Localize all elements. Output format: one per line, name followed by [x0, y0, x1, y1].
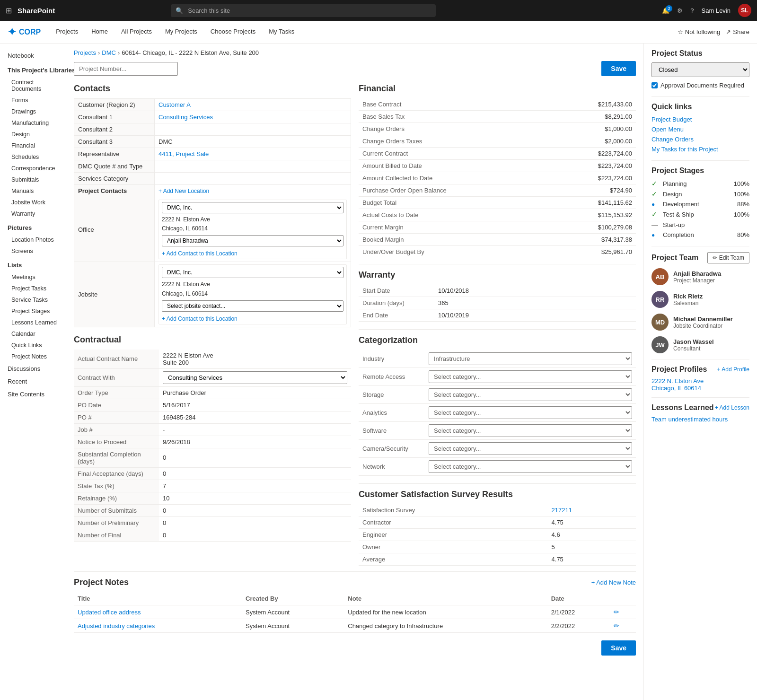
sidebar-quick-links[interactable]: Quick Links: [0, 340, 66, 351]
customer-link[interactable]: Customer A: [158, 101, 191, 108]
project-number-input[interactable]: [74, 62, 178, 76]
notification-icon[interactable]: 🔔 2: [662, 7, 669, 14]
table-row: Adjusted industry categories System Acco…: [74, 619, 636, 633]
sidebar-screens[interactable]: Screens: [0, 245, 66, 257]
cat-select[interactable]: Select category...: [429, 424, 632, 437]
stage-name: Planning: [663, 180, 734, 187]
sidebar-notebook[interactable]: Notebook: [0, 49, 66, 62]
breadcrumb-projects[interactable]: Projects: [74, 49, 96, 56]
sidebar-schedules[interactable]: Schedules: [0, 151, 66, 163]
cat-select[interactable]: Select category...: [429, 460, 632, 473]
jobsite-label: Jobsite: [74, 262, 155, 327]
financial-table: Base Contract$215,433.00Base Sales Tax$8…: [359, 98, 636, 258]
settings-icon[interactable]: ⚙: [677, 7, 683, 14]
sidebar-jobsite-work[interactable]: Jobsite Work: [0, 197, 66, 208]
edit-team-button[interactable]: ✏ Edit Team: [707, 252, 749, 263]
notes-col-edit: [610, 592, 636, 605]
approval-checkbox[interactable]: [651, 82, 658, 88]
share-button[interactable]: ↗ Share: [726, 28, 749, 35]
table-row: State Tax (%)7: [74, 480, 351, 492]
contract-select[interactable]: Consulting Services: [163, 371, 347, 384]
add-location-link[interactable]: + Add New Location: [158, 188, 347, 194]
sidebar-lessons-learned[interactable]: Lessons Learned: [0, 317, 66, 328]
add-lesson-button[interactable]: + Add Lesson: [715, 404, 749, 411]
sidebar-correspondence[interactable]: Correspondence: [0, 163, 66, 174]
sidebar-site-contents[interactable]: Site Contents: [0, 388, 66, 401]
survey-link[interactable]: 217211: [552, 507, 572, 514]
contract-label: Number of Submittals: [74, 504, 159, 516]
add-contact-jobsite-link[interactable]: + Add Contact to this Location: [162, 315, 343, 322]
edit-icon[interactable]: ✏: [614, 608, 619, 616]
sidebar-project-stages[interactable]: Project Stages: [0, 306, 66, 317]
not-following-button[interactable]: ☆ Not following: [678, 28, 720, 35]
sidebar-calendar[interactable]: Calendar: [0, 328, 66, 340]
nav-my-projects[interactable]: My Projects: [159, 21, 203, 44]
sidebar-design[interactable]: Design: [0, 129, 66, 140]
table-row: Satisfaction Survey217211: [359, 504, 636, 516]
cat-select[interactable]: Select category...: [429, 370, 632, 383]
add-profile-button[interactable]: + Add Profile: [717, 366, 749, 373]
table-row: Consultant 3 DMC: [74, 136, 351, 148]
cat-select[interactable]: Select category...: [429, 388, 632, 401]
note-title-link[interactable]: Updated office address: [78, 609, 141, 616]
table-row: Actual Contract Name2222 N Elston AveSui…: [74, 350, 351, 369]
profile-address-link[interactable]: 2222 N. Elston Ave Chicago, IL 60614: [651, 377, 704, 392]
lessons-link[interactable]: Team underestimated hours: [651, 416, 728, 423]
rep-link[interactable]: 4411, Project Sale: [158, 150, 209, 158]
sidebar-recent[interactable]: Recent: [0, 375, 66, 388]
sidebar-forms[interactable]: Forms: [0, 95, 66, 106]
sidebar-project-notes[interactable]: Project Notes: [0, 351, 66, 362]
sidebar-manufacturing[interactable]: Manufacturing: [0, 117, 66, 129]
sidebar-location-photos[interactable]: Location Photos: [0, 234, 66, 245]
search-input[interactable]: [171, 4, 436, 17]
cat-value: Select category...: [425, 386, 636, 404]
contract-value: 2222 N Elston AveSuite 200: [159, 350, 351, 369]
cat-select[interactable]: Select category...: [429, 406, 632, 419]
note-edit: ✏: [610, 605, 636, 619]
sidebar-financial[interactable]: Financial: [0, 140, 66, 151]
grid-icon[interactable]: ⊞: [6, 6, 12, 15]
contract-value: 9/26/2018: [159, 436, 351, 448]
sidebar-contract-docs[interactable]: Contract Documents: [0, 77, 66, 95]
sidebar-drawings[interactable]: Drawings: [0, 106, 66, 117]
edit-icon[interactable]: ✏: [614, 622, 619, 630]
cat-select[interactable]: Infrastructure: [429, 352, 632, 365]
stage-pct: 100%: [734, 180, 749, 187]
sidebar-project-tasks[interactable]: Project Tasks: [0, 283, 66, 294]
categorization-title: Categorization: [359, 335, 636, 345]
contract-value: 0: [159, 448, 351, 467]
cat-select[interactable]: Select category...: [429, 442, 632, 455]
add-contact-office-link[interactable]: + Add Contact to this Location: [162, 250, 343, 257]
stage-name: Design: [663, 191, 734, 198]
sidebar-warranty[interactable]: Warranty: [0, 208, 66, 219]
note-title-link[interactable]: Adjusted industry categories: [78, 622, 155, 630]
lessons-title: Lessons Learned: [651, 403, 714, 412]
nav-all-projects[interactable]: All Projects: [115, 21, 158, 44]
save-button-bottom[interactable]: Save: [601, 640, 636, 656]
office-select[interactable]: DMC, Inc.: [162, 202, 343, 213]
office-contact-select[interactable]: Anjali Bharadwa: [162, 235, 343, 246]
nav-choose-projects[interactable]: Choose Projects: [205, 21, 261, 44]
quick-link-budget[interactable]: Project Budget: [651, 116, 749, 123]
sidebar-manuals[interactable]: Manuals: [0, 185, 66, 197]
jobsite-contact-select[interactable]: Select jobsite contact...: [162, 300, 343, 312]
nav-my-tasks[interactable]: My Tasks: [263, 21, 300, 44]
quick-link-change-orders[interactable]: Change Orders: [651, 136, 749, 143]
sidebar-service-tasks[interactable]: Service Tasks: [0, 294, 66, 306]
consultant1-link[interactable]: Consulting Services: [158, 114, 213, 121]
quick-link-my-tasks[interactable]: My Tasks for this Project: [651, 146, 749, 153]
nav-projects[interactable]: Projects: [50, 21, 84, 44]
sidebar-pictures-header: Pictures: [0, 219, 66, 234]
status-dropdown[interactable]: Closed: [651, 62, 749, 77]
quick-link-open-menu[interactable]: Open Menu: [651, 126, 749, 133]
sidebar-discussions[interactable]: Discussions: [0, 362, 66, 375]
note-title: Adjusted industry categories: [74, 619, 242, 633]
nav-home[interactable]: Home: [86, 21, 114, 44]
add-note-button[interactable]: + Add New Note: [591, 579, 636, 586]
sidebar-submittals[interactable]: Submittals: [0, 174, 66, 185]
help-icon[interactable]: ?: [690, 7, 694, 14]
save-button-top[interactable]: Save: [601, 61, 636, 76]
sidebar-meetings[interactable]: Meetings: [0, 271, 66, 283]
jobsite-select[interactable]: DMC, Inc.: [162, 267, 343, 278]
breadcrumb-dmc[interactable]: DMC: [102, 49, 116, 56]
